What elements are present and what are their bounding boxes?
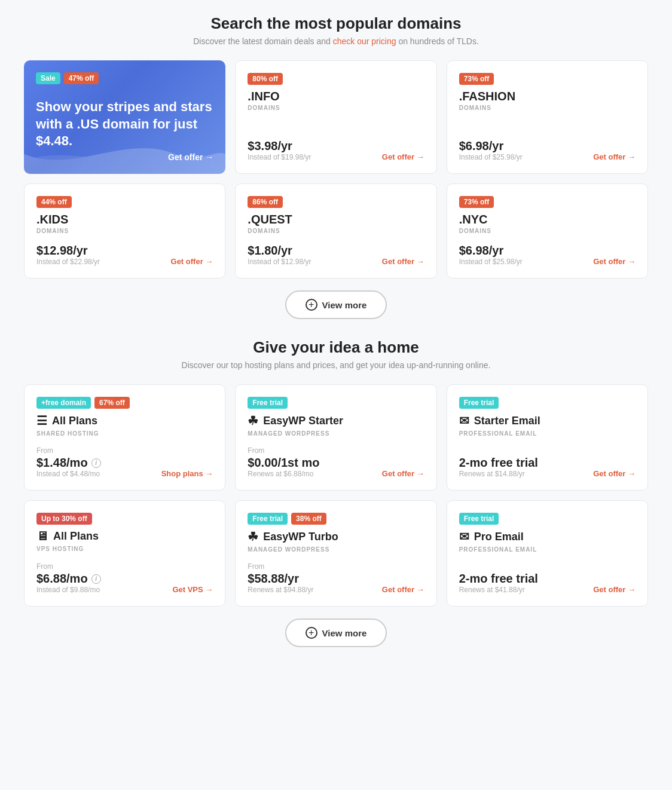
shared-hosting-instead: Instead of $4.48/mo [36,470,101,478]
shared-hosting-cta-link[interactable]: Shop plans → [161,469,213,478]
hosting-row-1: +free domain 67% off ☰ All Plans SHARED … [24,384,648,491]
quest-domain-card: 86% off .QUEST DOMAINS $1.80/yr Instead … [235,183,436,278]
pro-email-name: Pro Email [474,531,524,543]
domains-view-more-label: View more [322,300,367,310]
easywp-starter-label: MANAGED WORDPRESS [248,430,424,437]
fashion-discount-badge: 73% off [459,73,494,85]
easywp-starter-price: $0.00/1st mo [248,456,319,470]
easywp-turbo-card: Free trial 38% off ☘ EasyWP Turbo MANAGE… [235,500,436,607]
domains-row-2: 44% off .KIDS DOMAINS $12.98/yr Instead … [24,183,648,278]
pro-email-name-row: ✉ Pro Email [459,529,636,544]
vps-hosting-price: $6.88/mo i [36,572,101,586]
hosting-view-more-label: View more [322,628,367,638]
featured-badge-row: Sale 47% off [36,72,213,84]
easywp-turbo-trial-badge: Free trial [248,513,288,525]
vps-hosting-name: All Plans [53,530,99,543]
easywp-turbo-label: MANAGED WORDPRESS [248,546,424,553]
easywp-starter-cta-link[interactable]: Get offer → [382,469,424,478]
domains-section-subtitle: Discover the latest domain deals and che… [24,36,648,46]
hosting-section-subtitle: Discover our top hosting plans and price… [24,360,648,370]
info-domain-label: DOMAINS [248,105,424,111]
info-discount-badge: 80% off [248,73,283,85]
starter-email-icon: ✉ [459,414,469,428]
starter-email-trial-badge: Free trial [459,397,499,409]
starter-email-name: Starter Email [474,415,540,427]
easywp-turbo-discount-badge: 38% off [291,513,326,525]
discount-badge: 47% off [64,72,99,84]
fashion-domain-card: 73% off .FASHION DOMAINS $6.98/yr Instea… [447,60,648,174]
plus-icon: + [306,299,317,311]
fashion-price: $6.98/yr [459,139,523,153]
pro-email-label: PROFESSIONAL EMAIL [459,546,636,553]
quest-domain-label: DOMAINS [248,228,424,234]
easywp-starter-name: EasyWP Starter [263,415,343,427]
pricing-link[interactable]: check our pricing [333,36,396,46]
easywp-turbo-name-row: ☘ EasyWP Turbo [248,529,424,544]
easywp-turbo-from: From [248,562,313,571]
nyc-domain-name: .NYC [459,213,636,226]
vps-hosting-label: VPS HOSTING [36,546,213,552]
easywp-starter-card: Free trial ☘ EasyWP Starter MANAGED WORD… [235,384,436,491]
info-get-offer-link[interactable]: Get offer → [382,152,424,161]
info-price: $3.98/yr [248,139,311,153]
vps-hosting-icon: 🖥 [36,529,48,543]
easywp-starter-name-row: ☘ EasyWP Starter [248,414,424,428]
pro-email-price: 2-mo free trial [459,572,538,586]
info-domain-card: 80% off .INFO DOMAINS $3.98/yr Instead o… [235,60,436,174]
easywp-starter-renews: Renews at $6.88/mo [248,470,319,478]
kids-domain-card: 44% off .KIDS DOMAINS $12.98/yr Instead … [24,183,225,278]
hosting-section-title: Give your idea a home [24,338,648,357]
kids-price: $12.98/yr [36,244,100,258]
shared-hosting-card: +free domain 67% off ☰ All Plans SHARED … [24,384,225,491]
domains-row-1: Sale 47% off Show your stripes and stars… [24,60,648,174]
starter-email-renews: Renews at $14.88/yr [459,470,538,478]
vps-hosting-cta-link[interactable]: Get VPS → [172,585,213,594]
nyc-get-offer-link[interactable]: Get offer → [593,257,636,266]
fashion-get-offer-link[interactable]: Get offer → [593,152,636,161]
starter-email-label: PROFESSIONAL EMAIL [459,430,636,437]
starter-email-cta-link[interactable]: Get offer → [593,469,636,478]
fashion-domain-label: DOMAINS [459,105,636,111]
vps-hosting-info-icon: i [91,574,101,584]
easywp-turbo-cta-link[interactable]: Get offer → [382,585,424,594]
easywp-turbo-renews: Renews at $94.88/yr [248,586,313,594]
pro-email-cta-link[interactable]: Get offer → [593,585,636,594]
hosting-view-more-button[interactable]: + View more [285,618,387,647]
free-domain-badge: +free domain [36,397,91,409]
quest-get-offer-link[interactable]: Get offer → [382,257,424,266]
kids-get-offer-link[interactable]: Get offer → [171,257,213,266]
pro-email-card: Free trial ✉ Pro Email PROFESSIONAL EMAI… [447,500,648,607]
vps-discount-badge: Up to 30% off [36,513,92,525]
shared-discount-badge: 67% off [94,397,130,409]
kids-discount-badge: 44% off [36,196,72,208]
nyc-price: $6.98/yr [459,244,523,258]
shared-hosting-from: From [36,446,101,455]
shared-hosting-label: SHARED HOSTING [36,430,213,437]
kids-domain-name: .KIDS [36,213,213,226]
fashion-domain-name: .FASHION [459,90,636,103]
nyc-domain-card: 73% off .NYC DOMAINS $6.98/yr Instead of… [447,183,648,278]
featured-domain-card: Sale 47% off Show your stripes and stars… [24,60,225,174]
vps-hosting-name-row: 🖥 All Plans [36,529,213,543]
nyc-discount-badge: 73% off [459,196,494,208]
vps-hosting-from: From [36,562,101,571]
info-domain-name: .INFO [248,90,424,103]
shared-hosting-name-row: ☰ All Plans [36,414,213,428]
sale-badge: Sale [36,72,60,84]
pro-email-renews: Renews at $41.88/yr [459,586,538,594]
hosting-row-2: Up to 30% off 🖥 All Plans VPS HOSTING Fr… [24,500,648,607]
quest-discount-badge: 86% off [248,196,283,208]
pro-email-icon: ✉ [459,529,469,544]
starter-email-price: 2-mo free trial [459,456,538,470]
easywp-turbo-name: EasyWP Turbo [263,531,338,543]
kids-domain-label: DOMAINS [36,228,213,234]
vps-hosting-card: Up to 30% off 🖥 All Plans VPS HOSTING Fr… [24,500,225,607]
quest-instead: Instead of $12.98/yr [248,258,311,266]
domains-section-title: Search the most popular domains [24,14,648,33]
vps-hosting-instead: Instead of $9.88/mo [36,586,101,594]
pro-email-trial-badge: Free trial [459,513,499,525]
starter-email-card: Free trial ✉ Starter Email PROFESSIONAL … [447,384,648,491]
easywp-turbo-price: $58.88/yr [248,572,313,586]
domains-view-more-button[interactable]: + View more [285,290,387,319]
quest-domain-name: .QUEST [248,213,424,226]
